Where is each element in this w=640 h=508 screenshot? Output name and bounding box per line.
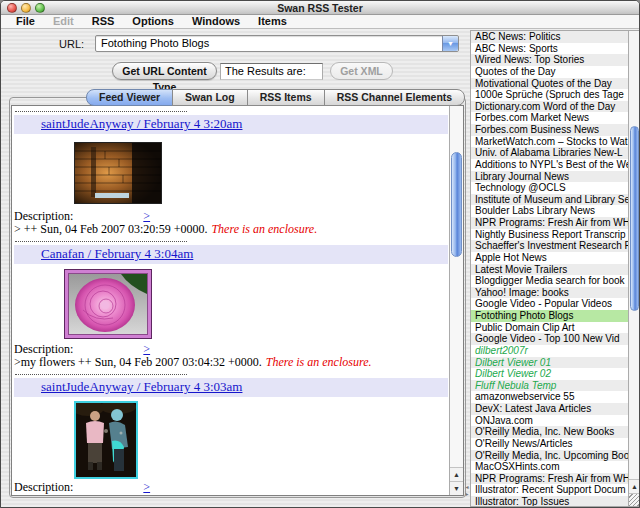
list-item[interactable]: Forbes.com Business News [471,124,628,136]
menu-rss[interactable]: RSS [83,15,124,28]
scroll-down-arrow-icon[interactable]: ▼ [450,481,463,495]
list-item[interactable]: ABC News: Sports [471,43,628,55]
list-item[interactable]: Blogdigger Media search for book [471,275,628,287]
list-item[interactable]: Boulder Labs Library News [471,205,628,217]
sidebar-vertical-scrollbar[interactable]: ▲ [628,31,640,506]
list-item[interactable]: Yahoo! Image: books [471,287,628,299]
list-item[interactable]: Public Domain Clip Art [471,322,628,334]
list-item[interactable]: Dictionary.com Word of the Day [471,101,628,113]
entry-heading-band: Canafan / February 4 3:04am [14,245,448,264]
tab-swan-log[interactable]: Swan Log [172,89,248,106]
window-title: Swan RSS Tester [277,2,363,14]
feed-list: ABC News: PoliticsABC News: SportsWired … [471,31,628,506]
minimize-button[interactable] [21,3,31,13]
entry-date-line: >my flowers ++ Sun, 04 Feb 2007 03:04:32… [14,356,449,369]
list-item[interactable]: Quotes of the Day [471,66,628,78]
list-item[interactable]: Fotothing Photo Blogs [471,310,628,322]
feed-list-sidebar: ABC News: PoliticsABC News: SportsWired … [470,30,640,507]
list-item[interactable]: DevX: Latest Java Articles [471,403,628,415]
description-label: Description: [14,209,73,223]
feed-vertical-scrollbar[interactable]: ▲ ▼ [449,106,463,495]
photo-frame [68,273,148,335]
close-button[interactable] [7,3,17,13]
list-item[interactable]: dilbert2007r [471,345,628,357]
list-item[interactable]: Google Video - Top 100 New Vid [471,333,628,345]
scroll-right-arrow-icon[interactable]: ▸ [464,491,470,498]
list-item[interactable]: ABC News: Politics [471,31,628,43]
list-item[interactable]: MarketWatch.com – Stocks to Wat [471,136,628,148]
list-item[interactable]: Illustrator: Top Issues [471,496,628,506]
window-resize-grip[interactable] [629,493,640,506]
list-item[interactable]: Library Journal News [471,171,628,183]
list-item[interactable]: Dilbert Viewer 01 [471,357,628,369]
entry-description-row: Description:> [14,481,449,494]
get-url-content-type-button[interactable]: Get URL Content Type [112,62,217,80]
menu-items[interactable]: Items [249,15,296,28]
entry-date-text: >my flowers ++ Sun, 04 Feb 2007 03:04:32… [14,355,262,369]
list-item[interactable]: Google Video - Popular Videos [471,298,628,310]
list-item[interactable]: Dilbert Viewer 02 [471,368,628,380]
chevron-down-icon[interactable]: ▼ [442,36,458,51]
list-item[interactable]: Wired News: Top Stories [471,54,628,66]
more-link[interactable]: > [143,209,150,223]
list-item[interactable]: O'Reilly Media, Inc. New Books [471,426,628,438]
list-item[interactable]: Univ. of Alabama Libraries New-L [471,147,628,159]
list-item[interactable]: MacOSXHints.com [471,461,628,473]
list-item[interactable]: Technology @OCLS [471,182,628,194]
sidebar-h-scroll-arrows[interactable]: ◂ ▸ [464,484,470,498]
list-item[interactable]: amazonwebservice 55 [471,391,628,403]
results-field[interactable]: The Results are: [220,63,323,80]
enclosure-note: There is an enclosure. [211,222,317,236]
sidebar-scrollbar-thumb[interactable] [630,126,639,311]
app-window: Swan RSS Tester FileEditRSSOptionsWindow… [0,0,640,508]
menu-edit[interactable]: Edit [44,15,83,28]
list-item[interactable]: Schaeffer's Investment Research P [471,240,628,252]
url-label: URL: [59,38,84,50]
entry-date-line: > ++ Sun, 04 Feb 2007 03:20:59 +0000.The… [14,223,449,236]
list-item[interactable]: NPR Programs: Fresh Air from WH [471,473,628,485]
list-item[interactable]: O'Reilly News/Articles [471,438,628,450]
get-xml-button[interactable]: Get XML [330,62,393,80]
menu-file[interactable]: File [7,15,44,28]
title-bar[interactable]: Swan RSS Tester [1,1,639,15]
scroll-left-arrow-icon[interactable]: ◂ [464,484,470,491]
list-item[interactable]: NPR Programs: Fresh Air from WH [471,217,628,229]
more-link[interactable]: > [143,480,150,494]
list-item[interactable]: Nightly Business Report Transcrip [471,229,628,241]
feed-scrollbar-thumb[interactable] [451,152,462,257]
list-item[interactable]: 1000e Sprüche (Spruch des Tage [471,89,628,101]
list-item[interactable]: Forbes.com Market News [471,112,628,124]
zoom-button[interactable] [35,3,45,13]
enclosure-note: There is an enclosure. [266,355,372,369]
list-item[interactable]: Additions to NYPL's Best of the We [471,159,628,171]
menu-windows[interactable]: Windows [183,15,249,28]
url-combobox[interactable]: Fotothing Photo Blogs ▼ [95,35,459,52]
list-item[interactable]: Fluff Nebula Temp [471,380,628,392]
entry-date-text: >i saw a [14,493,54,494]
list-item[interactable]: Latest Movie Trailers [471,264,628,276]
menu-options[interactable]: Options [123,15,183,28]
pink-rose-photo [64,269,152,339]
list-item[interactable]: O'Reilly Media, Inc. Upcoming Boo [471,450,628,462]
entry-heading-band: saintJudeAnyway / February 4 3:03am [14,378,448,397]
list-item[interactable]: Motivational Quotes of the Day [471,78,628,90]
entry-title-link[interactable]: saintJudeAnyway / February 4 3:03am [41,379,242,394]
tab-feed-viewer[interactable]: Feed Viewer [86,89,173,106]
entry-date-text: > ++ Sun, 04 Feb 2007 03:20:59 +0000. [14,222,207,236]
tab-rss-channel-elements[interactable]: RSS Channel Elements [324,89,466,106]
more-link[interactable]: > [143,342,150,356]
list-item[interactable]: Institute of Museum and Library Se [471,194,628,206]
list-item[interactable]: ONJava.com [471,415,628,427]
feed-viewer-pane: saintJudeAnyway / February 4 3:20amDescr… [11,105,464,496]
tab-rss-items[interactable]: RSS Items [247,89,325,106]
description-label: Description: [14,480,73,494]
feed-entries: saintJudeAnyway / February 4 3:20amDescr… [13,106,449,494]
list-item[interactable]: Illustrator: Recent Support Docum [471,484,628,496]
entry-title-link[interactable]: Canafan / February 4 3:04am [41,246,193,261]
scroll-up-arrow-icon[interactable]: ▲ [450,467,463,481]
entry-title-link[interactable]: saintJudeAnyway / February 4 3:20am [41,116,242,131]
sidebar-scroll-up-arrow-icon[interactable]: ▲ [629,479,640,493]
list-item[interactable]: Apple Hot News [471,252,628,264]
menu-bar: FileEditRSSOptionsWindowsItems [1,15,639,29]
entry-separator [15,241,187,242]
